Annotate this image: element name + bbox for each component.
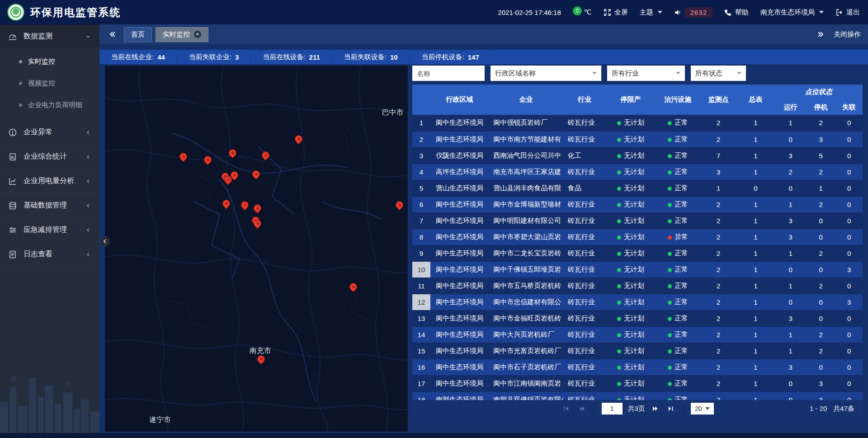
- cell-region: 阆中生态环境局: [430, 212, 489, 229]
- chevron-left-icon: [103, 239, 107, 244]
- cell-offline: 0: [835, 147, 863, 164]
- column-header-region: 行政区域: [430, 85, 489, 115]
- alert-count-badge: 2632: [685, 7, 712, 18]
- cell-production-status: 无计划: [606, 375, 656, 391]
- sidebar-subitem-label: 实时监控: [28, 57, 55, 66]
- table-row[interactable]: 14阆中生态环境局阆中大兴页岩机砖厂砖瓦行业无计划正常21120: [412, 326, 863, 343]
- cell-enterprise: 阆中市江南镇阆南页岩: [489, 375, 563, 391]
- table-row[interactable]: 5营山生态环境局营山县润丰肉食品有限食品无计划正常10010: [412, 180, 863, 196]
- cell-production-status: 无计划: [606, 391, 656, 400]
- map-panel[interactable]: 巴中市南充市遂宁市: [105, 66, 408, 432]
- first-page-button[interactable]: [561, 404, 571, 414]
- theme-menu-button[interactable]: 主题: [640, 8, 662, 17]
- table-row[interactable]: 6阆中生态环境局阆中市金博瑞新型墙材砖瓦行业无计划正常21120: [412, 196, 863, 212]
- table-row[interactable]: 16阆中生态环境局阆中市石子页岩机砖厂砖瓦行业无计划正常21300: [412, 359, 863, 375]
- last-page-button[interactable]: [666, 404, 676, 414]
- cell-points: 2: [700, 310, 736, 326]
- cell-meters: 1: [736, 115, 775, 131]
- table-row[interactable]: 12阆中生态环境局阆中市忠信建材有限公砖瓦行业无计划正常21003: [412, 294, 863, 310]
- industry-filter-select[interactable]: 所有行业: [607, 66, 685, 81]
- close-actions-button[interactable]: 关闭操作: [834, 30, 861, 39]
- table-row[interactable]: 3仪陇生态环境局西南油气田分公司川中化工无计划正常71350: [412, 147, 863, 164]
- cell-enterprise: 阆中强锐页岩砖厂: [489, 115, 563, 131]
- status-dot-icon: [668, 187, 672, 191]
- sidebar-item-head-enterprise-abnormal[interactable]: 企业异常: [0, 120, 99, 145]
- tab-bar: 首页实时监控✕ 关闭操作: [99, 24, 868, 44]
- sidebar-item-head-data-monitoring[interactable]: 数据监测: [0, 24, 99, 49]
- chevron-down-icon: [705, 407, 710, 410]
- region-filter-select[interactable]: 行政区域名称: [491, 66, 601, 81]
- table-row[interactable]: 15阆中生态环境局阆中市光富页岩机砖厂砖瓦行业无计划正常21120: [412, 343, 863, 359]
- status-dot-icon: [668, 235, 672, 240]
- cell-region: 阆中生态环境局: [430, 294, 489, 310]
- help-button[interactable]: 帮助: [724, 8, 749, 17]
- cell-row-number: 9: [412, 245, 430, 261]
- pagination-bar: | 共3页 | 20 1 - 20 共47条: [412, 400, 863, 417]
- cell-production-status: 无计划: [606, 310, 656, 326]
- cell-row-number: 2: [412, 131, 430, 147]
- sidebar-menu: 数据监测实时监控视频监控企业电力负荷明细企业异常企业综合统计企业用电量分析基础数…: [0, 24, 99, 267]
- cell-meters: 1: [736, 375, 775, 391]
- sidebar-item-head-log-view[interactable]: 日志查看: [0, 242, 99, 267]
- page-number-input[interactable]: [602, 403, 623, 414]
- sidebar-subitem-realtime-monitor[interactable]: 实时监控: [0, 51, 99, 72]
- table-row[interactable]: 10阆中生态环境局阆中千佛镇五郎垭页岩砖瓦行业无计划正常21003: [412, 261, 863, 278]
- sidebar-item-head-emergency-reduction[interactable]: 应急减排管理: [0, 218, 99, 242]
- name-filter-input[interactable]: [412, 66, 485, 81]
- alerts-widget[interactable]: 2632: [674, 7, 712, 18]
- table-row[interactable]: 9阆中生态环境局阆中市二龙长宝页岩砖砖瓦行业无计划正常21120: [412, 245, 863, 261]
- table-row[interactable]: 13阆中生态环境局阆中市金福旺页岩机砖砖瓦行业无计划正常21300: [412, 310, 863, 326]
- status-dot-icon: [617, 349, 621, 353]
- next-page-button[interactable]: [651, 404, 660, 414]
- tabs-scroll-right-button[interactable]: [815, 28, 826, 40]
- column-header-enterprise: 企业: [489, 85, 563, 115]
- cell-production-status: 无计划: [606, 343, 656, 359]
- cell-row-number: 8: [412, 229, 430, 245]
- logout-button[interactable]: 退出: [835, 8, 860, 17]
- close-icon[interactable]: ✕: [194, 31, 201, 38]
- sidebar-item-head-power-analysis[interactable]: 企业用电量分析: [0, 169, 99, 193]
- tabs-scroll-left-button[interactable]: [107, 28, 118, 40]
- table-row[interactable]: 8阆中生态环境局阆中市枣碧大梁山页岩砖瓦行业无计划异常21300: [412, 229, 863, 245]
- table-row[interactable]: 4高坪生态环境局南充市高坪区王家店建砖瓦行业无计划正常31220: [412, 164, 863, 180]
- page-size-select[interactable]: 20: [691, 403, 714, 414]
- cell-enterprise: 阆中千佛镇五郎垭页岩: [489, 261, 563, 278]
- table-row[interactable]: 7阆中生态环境局阆中明阳建材有限公司砖瓦行业无计划正常21300: [412, 212, 863, 229]
- table-row[interactable]: 17阆中生态环境局阆中市江南镇阆南页岩砖瓦行业无计划正常21030: [412, 375, 863, 391]
- column-header-points: 监测点: [700, 85, 736, 115]
- top-header: 环保用电监管系统 2021-02-25 17:46:18 0 ℃ 全屏 主题 2…: [0, 0, 868, 24]
- sidebar-subitem-video-monitor[interactable]: 视频监控: [0, 72, 99, 94]
- cell-row-number: 11: [412, 278, 430, 294]
- fullscreen-button[interactable]: 全屏: [604, 8, 628, 17]
- cell-row-number: 6: [412, 196, 430, 212]
- cell-offline: 0: [835, 245, 863, 261]
- cell-offline: 0: [835, 229, 863, 245]
- stat-label: 当前失联企业:: [189, 53, 231, 61]
- sidebar-subitem-power-load-detail[interactable]: 企业电力负荷明细: [0, 94, 99, 116]
- cell-running: 3: [775, 147, 807, 164]
- org-menu-button[interactable]: 南充市生态环境局: [760, 8, 824, 17]
- status-filter-select[interactable]: 所有状态: [691, 66, 746, 81]
- cell-row-number: 17: [412, 375, 430, 391]
- tab-realtime-monitor[interactable]: 实时监控✕: [156, 27, 208, 42]
- sidebar-item-head-enterprise-statistics[interactable]: 企业综合统计: [0, 145, 99, 169]
- cell-enterprise: 南部县双佛镇页岩有限公: [489, 391, 563, 400]
- table-row[interactable]: 2阆中生态环境局阆中市南方节能建材有砖瓦行业无计划正常21030: [412, 131, 863, 147]
- table-row[interactable]: 18南部生态环境局南部县双佛镇页岩有限公砖瓦行业无计划正常21030: [412, 391, 863, 400]
- tab-home[interactable]: 首页: [124, 27, 152, 42]
- table-row[interactable]: 1阆中生态环境局阆中强锐页岩砖厂砖瓦行业无计划正常21120: [412, 115, 863, 131]
- cell-production-status: 无计划: [606, 180, 656, 196]
- status-dot-icon: [668, 349, 672, 353]
- cell-running: 0: [775, 180, 807, 196]
- map-collapse-button[interactable]: [100, 236, 110, 246]
- table-row[interactable]: 11阆中生态环境局阆中市五马桥页岩机砖砖瓦行业无计划正常21120: [412, 278, 863, 294]
- cell-stopped: 2: [806, 164, 835, 180]
- sidebar-item-log-view: 日志查看: [0, 242, 99, 267]
- cell-facility-status: 正常: [656, 261, 701, 278]
- cell-meters: 1: [736, 294, 775, 310]
- sidebar-subitem-label: 视频监控: [28, 79, 55, 88]
- sidebar-item-head-base-data[interactable]: 基础数据管理: [0, 193, 99, 218]
- cell-enterprise: 阆中市五马桥页岩机砖: [489, 278, 563, 294]
- prev-page-button[interactable]: [576, 404, 586, 414]
- status-dot-icon: [668, 203, 672, 207]
